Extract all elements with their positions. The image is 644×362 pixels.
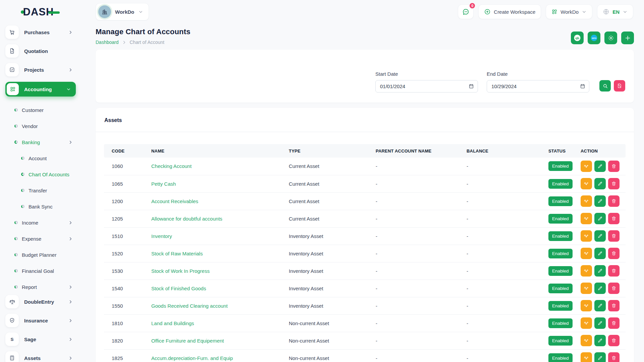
start-date-input[interactable]	[375, 80, 478, 93]
delete-account-button[interactable]	[608, 335, 620, 346]
delete-account-button[interactable]	[608, 283, 620, 294]
transactions-button[interactable]	[581, 300, 592, 311]
delete-account-button[interactable]	[608, 195, 620, 207]
transactions-button[interactable]	[581, 195, 592, 207]
trash-icon	[611, 320, 616, 326]
trash-icon	[611, 198, 616, 204]
transactions-button[interactable]	[581, 283, 592, 294]
account-name-link[interactable]: Stock of Finished Goods	[151, 286, 206, 291]
breadcrumb-dashboard-link[interactable]: Dashboard	[96, 40, 119, 45]
edit-account-button[interactable]	[594, 300, 606, 311]
sidebar-subitem-chart-of-accounts[interactable]: Chart Of Accounts	[5, 166, 76, 182]
pencil-icon	[597, 286, 603, 291]
sidebar-item-doubleentry[interactable]: DoubleEntry	[5, 295, 76, 308]
calendar-icon[interactable]	[469, 83, 474, 89]
end-date-label: End Date	[487, 71, 589, 77]
delete-account-button[interactable]	[608, 178, 620, 189]
edit-account-button[interactable]	[594, 230, 606, 242]
status-badge: Enabled	[548, 301, 573, 311]
xero-button[interactable]: xero	[588, 32, 600, 44]
sidebar-subitem-transfer[interactable]: Transfer	[5, 182, 76, 198]
sidebar-subitem-budget-planner[interactable]: Budget Planner	[5, 247, 76, 263]
end-date-input[interactable]	[487, 80, 589, 93]
reset-filter-button[interactable]	[614, 80, 625, 92]
transactions-button[interactable]	[581, 230, 592, 242]
sidebar-subitem-banking[interactable]: Banking	[5, 134, 76, 150]
sidebar-item-quotation[interactable]: Quotation	[5, 44, 76, 58]
sidebar-subitem-bank-sync[interactable]: Bank Sync	[5, 198, 76, 215]
transactions-button[interactable]	[581, 161, 592, 172]
dash-logo[interactable]: DASH	[21, 7, 60, 17]
account-name-link[interactable]: Stock of Raw Materials	[151, 251, 203, 256]
status-cell: Enabled	[548, 210, 581, 227]
edit-account-button[interactable]	[594, 195, 606, 207]
edit-account-button[interactable]	[594, 352, 606, 362]
sidebar-subitem-financial-goal[interactable]: Financial Goal	[5, 263, 76, 279]
edit-account-button[interactable]	[594, 213, 606, 224]
delete-account-button[interactable]	[608, 265, 620, 277]
transactions-button[interactable]	[581, 248, 592, 259]
account-name-link[interactable]: Inventory	[151, 233, 172, 239]
account-name-link[interactable]: Petty Cash	[151, 181, 176, 187]
edit-account-button[interactable]	[594, 335, 606, 346]
messages-button[interactable]: 0	[458, 4, 474, 19]
transactions-button[interactable]	[581, 335, 592, 346]
account-name-link[interactable]: Office Furniture and Equipement	[151, 338, 224, 344]
action-cell	[581, 262, 626, 280]
account-name-link[interactable]: Allowance for doubtful accounts	[151, 216, 222, 222]
svg-text:qb: qb	[575, 36, 579, 40]
add-account-button[interactable]	[621, 32, 634, 44]
account-name-link[interactable]: Account Receivables	[151, 198, 198, 204]
delete-account-button[interactable]	[608, 161, 620, 172]
delete-account-button[interactable]	[608, 213, 620, 224]
settings-button[interactable]	[604, 32, 617, 44]
transactions-button[interactable]	[581, 178, 592, 189]
sidebar-item-projects[interactable]: Projects	[5, 63, 76, 76]
account-name-link[interactable]: Goods Received Clearing account	[151, 303, 228, 309]
transactions-button[interactable]	[581, 317, 592, 329]
sidebar-item-purchases[interactable]: Purchases	[5, 25, 76, 39]
edit-account-button[interactable]	[594, 317, 606, 329]
edit-account-button[interactable]	[594, 248, 606, 259]
sidebar-subitem-account[interactable]: Account	[5, 150, 76, 166]
balance-cell: -	[467, 332, 548, 349]
language-button[interactable]: EN	[597, 4, 633, 19]
sidebar-subitem-report[interactable]: Report	[5, 279, 76, 295]
account-name-link[interactable]: Accum.depreciation-Furn. and Equip	[151, 355, 233, 361]
transactions-button[interactable]	[581, 265, 592, 277]
workspace-switcher[interactable]: WorkDo	[96, 3, 149, 20]
delete-account-button[interactable]	[608, 300, 620, 311]
sidebar-subitem-income[interactable]: Income	[5, 215, 76, 231]
sidebar-item-insurance[interactable]: Insurance	[5, 314, 76, 327]
account-name-cell: Petty Cash	[151, 175, 289, 192]
calendar-icon[interactable]	[580, 83, 585, 89]
delete-account-button[interactable]	[608, 230, 620, 242]
account-name-link[interactable]: Land and Buildings	[151, 320, 194, 326]
parent-account-cell: -	[376, 314, 467, 332]
account-name-link[interactable]: Stock of Work In Progress	[151, 268, 210, 274]
create-workspace-button[interactable]: Create Workspace	[478, 4, 541, 19]
parent-account-cell: -	[376, 297, 467, 314]
sidebar-item-accounting[interactable]: Accounting	[5, 82, 76, 97]
transactions-button[interactable]	[581, 213, 592, 224]
delete-account-button[interactable]	[608, 248, 620, 259]
chevron-down-icon	[138, 9, 143, 14]
action-buttons	[581, 195, 626, 207]
sidebar-item-assets[interactable]: Assets	[5, 351, 76, 362]
edit-account-button[interactable]	[594, 178, 606, 189]
delete-account-button[interactable]	[608, 352, 620, 362]
account-name-link[interactable]: Checking Account	[151, 163, 192, 169]
edit-account-button[interactable]	[594, 265, 606, 277]
apply-filter-button[interactable]	[599, 80, 611, 92]
sidebar-item-sage[interactable]: SSage	[5, 333, 76, 346]
balance-cell: -	[467, 297, 548, 314]
sidebar-subitem-vendor[interactable]: Vendor	[5, 118, 76, 134]
app-menu-button[interactable]: WorkDo	[546, 4, 592, 19]
quickbooks-button[interactable]: qb	[571, 32, 584, 44]
delete-account-button[interactable]	[608, 317, 620, 329]
transactions-button[interactable]	[581, 352, 592, 362]
edit-account-button[interactable]	[594, 161, 606, 172]
sidebar-subitem-expense[interactable]: Expense	[5, 231, 76, 247]
edit-account-button[interactable]	[594, 283, 606, 294]
sidebar-subitem-customer[interactable]: Customer	[5, 102, 76, 118]
